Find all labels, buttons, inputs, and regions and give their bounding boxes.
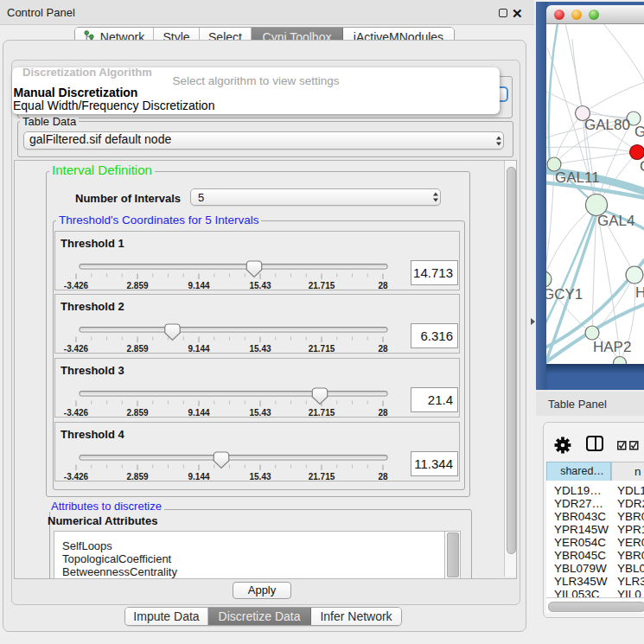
svg-text:28: 28 xyxy=(378,344,388,354)
svg-text:HA: HA xyxy=(635,284,644,301)
svg-text:15.43: 15.43 xyxy=(249,408,271,418)
svg-text:15.43: 15.43 xyxy=(249,344,271,354)
svg-text:9.144: 9.144 xyxy=(188,344,209,354)
svg-text:GAL80: GAL80 xyxy=(584,117,630,133)
svg-text:28: 28 xyxy=(378,408,388,418)
svg-text:2.859: 2.859 xyxy=(126,344,148,354)
svg-text:2.859: 2.859 xyxy=(126,408,148,418)
svg-text:9.144: 9.144 xyxy=(188,281,209,290)
svg-text:21.715: 21.715 xyxy=(309,344,335,354)
svg-text:HAP2: HAP2 xyxy=(593,339,631,355)
svg-text:-3.426: -3.426 xyxy=(64,408,89,418)
svg-text:GCY1: GCY1 xyxy=(546,286,583,303)
svg-text:21.715: 21.715 xyxy=(309,281,335,290)
svg-text:GAL4: GAL4 xyxy=(597,213,634,229)
svg-text:28: 28 xyxy=(378,472,388,481)
svg-text:9.144: 9.144 xyxy=(188,408,209,418)
svg-text:28: 28 xyxy=(378,281,388,290)
svg-text:GAL11: GAL11 xyxy=(555,169,600,186)
svg-text:C: C xyxy=(640,158,644,175)
svg-text:21.715: 21.715 xyxy=(309,472,335,481)
svg-text:GA: GA xyxy=(634,124,644,140)
svg-text:15.43: 15.43 xyxy=(249,281,271,290)
svg-text:9.144: 9.144 xyxy=(188,472,209,481)
svg-text:2.859: 2.859 xyxy=(126,281,148,290)
svg-text:-3.426: -3.426 xyxy=(64,281,89,290)
svg-text:2.859: 2.859 xyxy=(126,472,148,481)
svg-text:-3.426: -3.426 xyxy=(64,472,89,481)
svg-text:21.715: 21.715 xyxy=(309,408,335,418)
svg-text:-3.426: -3.426 xyxy=(64,344,89,354)
svg-text:15.43: 15.43 xyxy=(249,472,271,481)
